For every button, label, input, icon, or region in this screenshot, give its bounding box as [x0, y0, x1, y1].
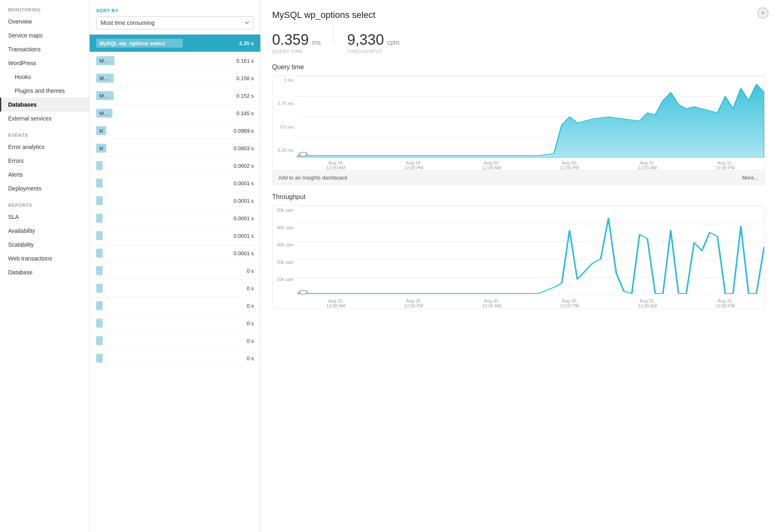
sidebar-item-transactions[interactable]: Transactions — [0, 42, 89, 56]
list-item[interactable]: MySQL wp_termmeta select0.0903 s — [90, 140, 260, 157]
query-x-label: Aug 30, 12:00 PM — [531, 160, 609, 170]
item-bar-container: MySQL wp_usermeta select — [96, 214, 229, 223]
item-bar: MySQL wp_posts update — [96, 354, 103, 363]
sidebar-item-external-services[interactable]: External services — [0, 112, 89, 125]
list-item[interactable]: MySQL wp_term_relationships0.0001 s — [90, 227, 260, 245]
list-item[interactable]: MySQL wp_usermeta select0.0001 s — [90, 210, 260, 227]
item-bar-container: MySQL wp_postmeta select — [96, 126, 229, 135]
item-value: 0 s — [242, 320, 254, 326]
item-value: 0.0001 s — [229, 233, 254, 239]
throughput-unit: cpm — [387, 39, 399, 46]
item-bar: MySQL wp_postmeta insert — [96, 284, 103, 293]
list-item[interactable]: MySQL wp_hkb_visits select0.0002 s — [90, 157, 260, 175]
metric-separator — [334, 24, 334, 45]
throughput-chart-title: Throughput — [272, 193, 765, 201]
sort-select[interactable]: Most time consumingMost callsSlowest ave… — [96, 16, 254, 29]
item-value: 0.161 s — [231, 58, 254, 64]
item-name: MySQL wp_posts select — [99, 58, 111, 64]
sidebar-item-sla[interactable]: SLA — [0, 210, 89, 224]
query-y-label: 0.5 ms — [273, 125, 294, 129]
database-list: MySQL wp_options select3.35 sMySQL wp_po… — [90, 35, 260, 532]
item-name: MySQL wp_options select — [99, 40, 165, 46]
list-item[interactable]: MySQL wp_usermeta update0 s — [90, 315, 260, 332]
list-item[interactable]: MySQL wp_yoast_seo_links sel0 s — [90, 262, 260, 280]
item-bar: MySQL wp_termmeta select — [96, 144, 106, 153]
sidebar-item-plugins-and-themes[interactable]: Plugins and themes — [0, 84, 89, 98]
sidebar-item-scalability[interactable]: Scalability — [0, 238, 89, 252]
close-button[interactable]: × — [757, 7, 769, 19]
list-item[interactable]: MySQL wp_term_taxonomy se0 s — [90, 297, 260, 315]
list-item[interactable]: MySQL wp_posts update0 s — [90, 350, 260, 367]
item-value: 0 s — [242, 268, 254, 274]
throughput-x-label: Aug 31, 12:00 AM — [609, 298, 686, 308]
sidebar-item-error-analytics[interactable]: Error analytics — [0, 140, 89, 154]
sidebar-item-availability[interactable]: Availability — [0, 224, 89, 238]
sidebar-item-web-transactions[interactable]: Web transactions — [0, 252, 89, 265]
query-time-value-row: 0.359 ms — [272, 33, 321, 47]
main-content: SORT BY Most time consumingMost callsSlo… — [90, 0, 776, 532]
list-item[interactable]: MySQL wp_options update0.0001 s — [90, 245, 260, 262]
query-time-unit: ms — [312, 39, 321, 46]
item-bar-container: MySQL wp_termmeta select — [96, 144, 229, 153]
sidebar-item-deployments[interactable]: Deployments — [0, 182, 89, 195]
sidebar-item-hooks[interactable]: Hooks — [0, 70, 89, 84]
throughput-y-label: 10k cpm — [273, 277, 294, 282]
list-item[interactable]: MySQL wp_terms select0.145 s — [90, 105, 260, 122]
sidebar-item-alerts[interactable]: Alerts — [0, 168, 89, 182]
list-item[interactable]: MySQL wp_postmeta insert0 s — [90, 280, 260, 297]
list-item[interactable]: MySQL wp_prli_links select0.0001 s — [90, 192, 260, 210]
item-bar: MySQL wp_yoast_seo_links sel — [96, 266, 103, 275]
list-item[interactable]: MySQL wp_postmeta select0.0969 s — [90, 122, 260, 140]
item-value: 0.152 s — [231, 93, 254, 99]
query-chart-more[interactable]: More... — [742, 175, 758, 181]
list-item[interactable]: MySQL wp_hkb_voting select0.0001 s — [90, 175, 260, 192]
item-bar-container: MySQL wp_commentmeta sele — [96, 336, 242, 345]
item-value: 0.0903 s — [229, 145, 254, 151]
sidebar-item-errors[interactable]: Errors — [0, 154, 89, 168]
throughput-x-label: Aug 30, 12:00 AM — [453, 298, 530, 308]
list-item[interactable]: MySQL wp_posts select0.161 s — [90, 52, 260, 70]
list-item[interactable]: MySQL other0.152 s — [90, 87, 260, 105]
list-item[interactable]: MySQL wp_options select3.35 s — [90, 35, 260, 52]
detail-title: MySQL wp_options select — [272, 10, 765, 20]
list-header: SORT BY Most time consumingMost callsSlo… — [90, 0, 260, 35]
throughput-x-label: Aug 29, 12:00 PM — [375, 298, 453, 308]
item-bar-container: MySQL wp_usermeta update — [96, 319, 242, 328]
throughput-svg — [297, 206, 764, 296]
query-time-chart-section: Query time 1 ms0.75 ms0.5 ms0.25 ms — [272, 63, 765, 185]
sidebar-item-wordpress[interactable]: WordPress — [0, 56, 89, 70]
item-name: MySQL wp_postmeta select — [99, 128, 103, 134]
query-chart-x-labels: Aug 29, 12:00 AMAug 29, 12:00 PMAug 30, … — [273, 159, 764, 170]
sidebar-section-monitoring: MONITORING — [0, 0, 89, 15]
item-bar: MySQL wp_term_taxonomy se — [96, 301, 103, 310]
throughput-label: THROUGHPUT — [347, 49, 399, 54]
sidebar-item-service-maps[interactable]: Service maps — [0, 28, 89, 42]
item-value: 0.0002 s — [229, 163, 254, 169]
sidebar-item-overview[interactable]: Overview — [0, 15, 89, 28]
item-value: 0 s — [242, 338, 254, 344]
throughput-chart-x-labels: Aug 29, 12:00 AMAug 29, 12:00 PMAug 30, … — [273, 297, 764, 308]
throughput-y-label: 50k cpm — [273, 208, 294, 212]
query-x-label: Aug 31, 12:00 PM — [686, 160, 764, 170]
throughput-x-label: Aug 29, 12:00 AM — [297, 298, 375, 308]
list-item[interactable]: MySQL wp_users select0.156 s — [90, 70, 260, 87]
sidebar-item-database[interactable]: Database — [0, 265, 89, 279]
query-chart-footer: Add to an Insights dashboard More... — [273, 170, 764, 185]
add-to-insights-button[interactable]: Add to an Insights dashboard — [278, 175, 347, 181]
list-item[interactable]: MySQL wp_commentmeta sele0 s — [90, 332, 260, 350]
query-x-label: Aug 29, 12:00 PM — [375, 160, 453, 170]
svg-point-15 — [300, 291, 306, 294]
query-time-chart: 1 ms0.75 ms0.5 ms0.25 ms — [272, 76, 765, 185]
item-value: 3.35 s — [234, 40, 254, 46]
item-bar: MySQL wp_options update — [96, 249, 103, 258]
item-bar-container: MySQL wp_terms select — [96, 109, 231, 118]
item-value: 0.0001 s — [229, 198, 254, 204]
sidebar-section-events: EVENTS — [0, 125, 89, 140]
sidebar-item-databases[interactable]: Databases — [0, 98, 89, 112]
item-bar: MySQL wp_commentmeta sele — [96, 336, 103, 345]
item-bar: MySQL wp_usermeta update — [96, 319, 103, 328]
item-bar-container: MySQL wp_postmeta insert — [96, 284, 242, 293]
sidebar: MONITORINGOverviewService mapsTransactio… — [0, 0, 90, 532]
throughput-y-label: 40k cpm — [273, 225, 294, 230]
throughput-chart-y-labels: 50k cpm40k cpm30k cpm20k cpm10k cpm — [273, 206, 297, 296]
